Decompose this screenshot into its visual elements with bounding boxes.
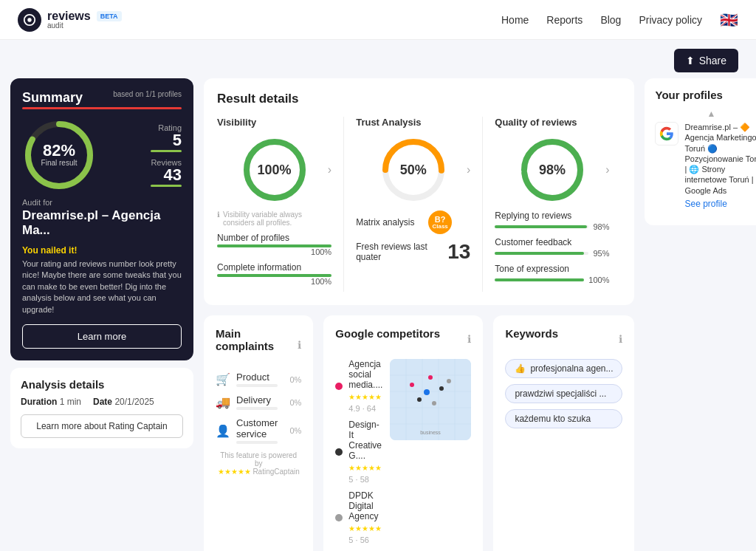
rating-value: 5: [151, 132, 182, 148]
complaint-product-pct: 0%: [284, 375, 301, 384]
complaint-service: 👤 Customer service 0%: [216, 417, 301, 444]
logo-text: reviews BETA audit: [47, 10, 122, 30]
keywords-header: Keywords ℹ: [505, 327, 622, 350]
keywords-list: 👍 profesjonalna agen... prawdziwi specja…: [505, 359, 622, 428]
result-details-title: Result details: [217, 92, 621, 106]
comp-info-2: Design-It Creative G.... ★★★★★ 5 · 58: [348, 420, 382, 485]
comp-stats-2: 5 · 58: [348, 475, 369, 484]
comp-name-1: Agencja social media....: [348, 359, 382, 390]
replying-metric: Replying to reviews 98%: [495, 211, 609, 231]
visibility-donut: 100%: [241, 137, 308, 203]
svg-point-23: [447, 379, 451, 383]
duration: Duration 1 min: [21, 397, 81, 407]
num-profiles-metric: Number of profiles 100%: [217, 233, 331, 256]
complaints-title: Main complaints: [216, 327, 298, 352]
info-icon: ℹ: [217, 211, 220, 219]
powered-by-text: This feature is powered by: [216, 451, 301, 468]
matrix-row: Matrix analysis B? Class: [356, 211, 470, 234]
visibility-pct: 100%: [258, 162, 292, 178]
audit-for-label: Audit for: [22, 198, 182, 207]
fresh-label: Fresh reviews last quater: [356, 242, 441, 262]
product-icon: 🛒: [216, 372, 230, 386]
keywords-info-icon: ℹ: [619, 333, 622, 345]
nav-blog[interactable]: Blog: [600, 14, 621, 26]
visibility-note-text: Visibility variable always considers all…: [223, 211, 331, 227]
main-content: Summary based on 1/1 profiles 82% Final …: [0, 78, 756, 551]
keyword-1-icon: 👍: [515, 363, 526, 374]
trust-nav-arrow[interactable]: ›: [467, 163, 470, 177]
svg-point-25: [424, 389, 430, 395]
analysis-card: Analysis details Duration 1 min Date 20/…: [10, 368, 193, 448]
main-gauge: 82% Final result: [22, 118, 96, 192]
date: Date 20/1/2025: [93, 397, 154, 407]
complaint-service-name: Customer service: [236, 417, 278, 439]
quality-nav-arrow[interactable]: ›: [605, 163, 609, 177]
complaint-product-name: Product: [236, 372, 278, 383]
profile-text-1: Dreamrise.pl – 🔶 Agencja Marketingowa To…: [684, 122, 756, 209]
comp-name-3: DPDK Digital Agency: [348, 490, 382, 521]
comp-dot-1: [335, 383, 343, 390]
competitors-inner: Agencja social media.... ★★★★★ 4.9 · 64 …: [335, 359, 471, 551]
scroll-up-indicator: ▲: [655, 109, 756, 119]
nav-home[interactable]: Home: [501, 14, 529, 26]
competitors-map: business: [390, 359, 471, 440]
tone-metric: Tone of expression 100%: [495, 264, 609, 284]
share-button[interactable]: ⬆ Share: [674, 49, 738, 72]
language-flag[interactable]: 🇬🇧: [720, 11, 738, 29]
replying-pct: 98%: [593, 222, 609, 231]
nav-reports[interactable]: Reports: [546, 14, 583, 26]
complaint-delivery-bar: [236, 407, 278, 410]
learn-rating-captain-button[interactable]: Learn more about Rating Captain: [21, 414, 183, 438]
complaint-delivery-name: Delivery: [236, 394, 278, 405]
num-profiles-pct: 100%: [217, 247, 331, 256]
rating-reviews: Rating 5 Reviews 43: [151, 123, 182, 187]
comp-stats-1: 4.9 · 64: [348, 404, 376, 413]
matrix-badge: B? Class: [428, 211, 452, 234]
quality-pct: 98%: [539, 162, 566, 178]
feedback-label: Customer feedback: [495, 237, 609, 247]
complaint-service-bar: [236, 441, 278, 444]
main-nav: Home Reports Blog Privacy policy 🇬🇧: [501, 11, 738, 29]
complaints-info-icon: ℹ: [298, 339, 301, 351]
keyword-3-label: każdemu kto szuka: [515, 414, 591, 424]
competitor-2: Design-It Creative G.... ★★★★★ 5 · 58: [335, 420, 382, 485]
learn-more-button[interactable]: Learn more: [22, 324, 182, 349]
complaint-delivery: 🚚 Delivery 0%: [216, 394, 301, 410]
logo-beta: BETA: [97, 11, 122, 21]
complaint-delivery-pct: 0%: [284, 398, 301, 407]
competitors-title: Google competitors: [335, 327, 440, 340]
fresh-row: Fresh reviews last quater 13: [356, 240, 470, 264]
keywords-title: Keywords: [505, 327, 558, 340]
replying-label: Replying to reviews: [495, 211, 609, 221]
comp-info-1: Agencja social media.... ★★★★★ 4.9 · 64: [348, 359, 382, 414]
feedback-metric: Customer feedback 95%: [495, 237, 609, 258]
reviews-stat: Reviews 43: [151, 158, 182, 187]
complete-info-metric: Complete information 100%: [217, 262, 331, 286]
middle-panel: Result details Visibility 100%: [204, 78, 634, 551]
result-details-card: Result details Visibility 100%: [204, 78, 634, 305]
share-label: Share: [699, 55, 726, 66]
quality-donut-wrap: 98% ›: [495, 137, 609, 203]
complete-info-label: Complete information: [217, 262, 331, 273]
fresh-num: 13: [447, 240, 470, 264]
svg-text:business: business: [421, 430, 441, 435]
complaints-card: Main complaints ℹ 🛒 Product 0% 🚚: [204, 315, 313, 551]
powered-by: This feature is powered by ★★★★★ RatingC…: [216, 451, 301, 476]
svg-point-22: [417, 397, 422, 402]
profiles-card: Your profiles ▲ Dreamrise.pl – 🔶 Agencja…: [645, 78, 756, 225]
see-profile-link[interactable]: See profile: [684, 199, 756, 209]
competitor-3: DPDK Digital Agency ★★★★★ 5 · 56: [335, 490, 382, 545]
rating-stat: Rating 5: [151, 123, 182, 152]
summary-card: Summary based on 1/1 profiles 82% Final …: [10, 78, 193, 360]
svg-point-20: [428, 375, 433, 380]
nav-privacy[interactable]: Privacy policy: [639, 14, 702, 26]
share-icon: ⬆: [686, 55, 695, 66]
visibility-nav-arrow[interactable]: ›: [328, 163, 331, 177]
powered-stars: ★★★★★ RatingCaptain: [218, 468, 300, 476]
share-area: ⬆ Share: [0, 40, 756, 78]
keywords-card: Keywords ℹ 👍 profesjonalna agen... prawd…: [493, 315, 634, 551]
comp-stats-3: 5 · 56: [348, 535, 369, 544]
competitor-1: Agencja social media.... ★★★★★ 4.9 · 64: [335, 359, 382, 414]
profiles-title: Your profiles: [655, 89, 756, 101]
service-icon: 👤: [216, 424, 230, 438]
